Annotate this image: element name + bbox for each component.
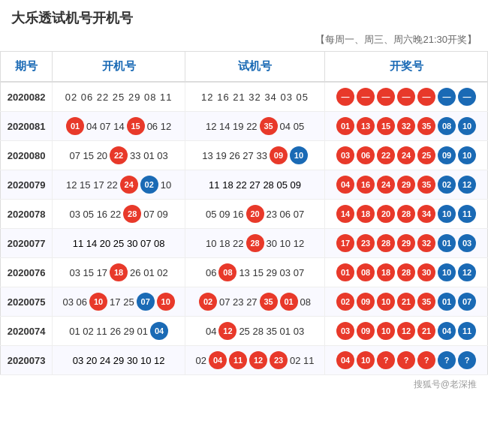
kaijianghao-cell: 0410????? (325, 346, 488, 375)
col-kaijihao: 开机号 (53, 52, 185, 83)
shijihao-cell: 11 18 22 27 28 05 09 (185, 170, 324, 200)
table-row: 202007503 06 10 17 25 071002 07 23 27 35… (1, 287, 488, 317)
period-cell: 2020078 (1, 200, 53, 229)
table-row: 202008101 04 07 14 15 06 1212 14 19 22 3… (1, 112, 488, 141)
shijihao-cell: 02 04111223 02 11 (185, 346, 324, 375)
kaijianghao-cell: 01131532350810 (325, 112, 488, 141)
watermark: 搜狐号@老深推 (0, 375, 488, 394)
kaijianghao-cell: 14182028341011 (325, 200, 488, 229)
kaijihao-cell: 12 15 17 22 2402 10 (53, 170, 185, 200)
shijihao-cell: 02 07 23 27 3501 08 (185, 287, 324, 317)
period-cell: 2020079 (1, 170, 53, 200)
period-cell: 2020076 (1, 258, 53, 287)
period-cell: 2020082 (1, 82, 53, 112)
table-row: 202008007 15 20 22 33 01 0313 19 26 27 3… (1, 141, 488, 170)
period-cell: 2020077 (1, 229, 53, 258)
kaijianghao-cell: 03091012210411 (325, 317, 488, 346)
col-shijihao: 试机号 (185, 52, 324, 83)
kaijianghao-cell: 17232829320103 (325, 229, 488, 258)
period-cell: 2020074 (1, 317, 53, 346)
shijihao-cell: 12 14 19 22 35 04 05 (185, 112, 324, 141)
table-row: 202007303 20 24 29 30 10 1202 04111223 0… (1, 346, 488, 375)
table-row: 202007912 15 17 22 2402 1011 18 22 27 28… (1, 170, 488, 200)
kaijianghao-cell: ——————— (325, 82, 488, 112)
kaijianghao-cell: 03062224250910 (325, 141, 488, 170)
shijihao-cell: 04 12 25 28 35 01 03 (185, 317, 324, 346)
col-period: 期号 (1, 52, 53, 83)
period-cell: 2020081 (1, 112, 53, 141)
schedule-note: 【每周一、周三、周六晚21:30开奖】 (0, 30, 488, 51)
kaijianghao-cell: 02091021350107 (325, 287, 488, 317)
col-kaijianghao: 开奖号 (325, 52, 488, 83)
shijihao-cell: 10 18 22 28 30 10 12 (185, 229, 324, 258)
table-row: 202007711 14 20 25 30 07 0810 18 22 28 3… (1, 229, 488, 258)
table-row: 202007401 02 11 26 29 01 0404 12 25 28 3… (1, 317, 488, 346)
kaijihao-cell: 03 05 16 22 28 07 09 (53, 200, 185, 229)
table-row: 202007603 15 17 18 26 01 0206 08 13 15 2… (1, 258, 488, 287)
period-cell: 2020073 (1, 346, 53, 375)
page-title: 大乐透试机号开机号 (0, 0, 488, 30)
shijihao-cell: 13 19 26 27 33 0910 (185, 141, 324, 170)
kaijihao-cell: 03 15 17 18 26 01 02 (53, 258, 185, 287)
kaijihao-cell: 01 02 11 26 29 01 04 (53, 317, 185, 346)
kaijihao-cell: 11 14 20 25 30 07 08 (53, 229, 185, 258)
period-cell: 2020080 (1, 141, 53, 170)
kaijihao-cell: 07 15 20 22 33 01 03 (53, 141, 185, 170)
kaijihao-cell: 01 04 07 14 15 06 12 (53, 112, 185, 141)
shijihao-cell: 05 09 16 20 23 06 07 (185, 200, 324, 229)
shijihao-cell: 12 16 21 32 34 03 05 (185, 82, 324, 112)
kaijianghao-cell: 01081828301012 (325, 258, 488, 287)
kaijianghao-cell: 04162429350212 (325, 170, 488, 200)
kaijihao-cell: 03 06 10 17 25 0710 (53, 287, 185, 317)
shijihao-cell: 06 08 13 15 29 03 07 (185, 258, 324, 287)
kaijihao-cell: 02 06 22 25 29 08 11 (53, 82, 185, 112)
table-header-row: 期号 开机号 试机号 开奖号 (1, 52, 488, 83)
lottery-table: 期号 开机号 试机号 开奖号 202008202 06 22 25 29 08 … (0, 51, 488, 375)
period-cell: 2020075 (1, 287, 53, 317)
kaijihao-cell: 03 20 24 29 30 10 12 (53, 346, 185, 375)
table-row: 202008202 06 22 25 29 08 1112 16 21 32 3… (1, 82, 488, 112)
table-row: 202007803 05 16 22 28 07 0905 09 16 20 2… (1, 200, 488, 229)
